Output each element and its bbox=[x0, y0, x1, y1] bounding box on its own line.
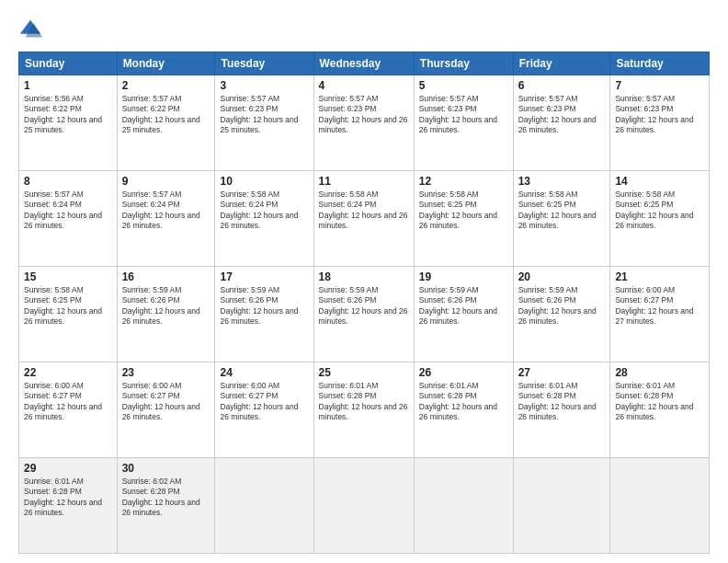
calendar-cell bbox=[313, 458, 414, 554]
header bbox=[18, 17, 710, 42]
weekday-header-thursday: Thursday bbox=[414, 52, 513, 75]
day-number: 22 bbox=[24, 366, 112, 379]
calendar-table: SundayMondayTuesdayWednesdayThursdayFrid… bbox=[18, 52, 710, 554]
day-info: Sunrise: 6:01 AMSunset: 6:28 PMDaylight:… bbox=[419, 381, 508, 423]
calendar-cell: 18 Sunrise: 5:59 AMSunset: 6:26 PMDaylig… bbox=[313, 267, 414, 362]
calendar-cell bbox=[610, 458, 710, 554]
day-number: 26 bbox=[419, 366, 508, 379]
week-row-4: 29 Sunrise: 6:01 AMSunset: 6:28 PMDaylig… bbox=[19, 458, 710, 554]
weekday-header-wednesday: Wednesday bbox=[313, 52, 414, 75]
day-number: 15 bbox=[24, 270, 112, 283]
calendar-cell: 16 Sunrise: 5:59 AMSunset: 6:26 PMDaylig… bbox=[117, 267, 215, 362]
day-number: 16 bbox=[122, 270, 210, 283]
day-info: Sunrise: 5:58 AMSunset: 6:24 PMDaylight:… bbox=[319, 190, 409, 232]
day-info: Sunrise: 5:58 AMSunset: 6:25 PMDaylight:… bbox=[518, 190, 606, 232]
day-info: Sunrise: 5:57 AMSunset: 6:23 PMDaylight:… bbox=[319, 94, 409, 136]
weekday-header-tuesday: Tuesday bbox=[215, 52, 313, 75]
calendar-cell: 29 Sunrise: 6:01 AMSunset: 6:28 PMDaylig… bbox=[19, 458, 118, 554]
logo bbox=[18, 17, 48, 42]
weekday-header-monday: Monday bbox=[117, 52, 215, 75]
day-number: 3 bbox=[220, 79, 308, 92]
day-info: Sunrise: 5:58 AMSunset: 6:25 PMDaylight:… bbox=[615, 190, 704, 232]
day-number: 10 bbox=[220, 175, 308, 188]
day-info: Sunrise: 5:59 AMSunset: 6:26 PMDaylight:… bbox=[518, 285, 606, 327]
day-number: 19 bbox=[419, 270, 508, 283]
day-info: Sunrise: 5:59 AMSunset: 6:26 PMDaylight:… bbox=[319, 285, 409, 327]
calendar-cell: 11 Sunrise: 5:58 AMSunset: 6:24 PMDaylig… bbox=[313, 171, 414, 267]
day-info: Sunrise: 6:01 AMSunset: 6:28 PMDaylight:… bbox=[518, 381, 606, 423]
week-row-2: 15 Sunrise: 5:58 AMSunset: 6:25 PMDaylig… bbox=[19, 267, 710, 362]
day-info: Sunrise: 6:01 AMSunset: 6:28 PMDaylight:… bbox=[319, 381, 409, 423]
day-info: Sunrise: 5:56 AMSunset: 6:22 PMDaylight:… bbox=[24, 94, 112, 136]
day-number: 28 bbox=[615, 366, 704, 379]
day-number: 20 bbox=[518, 270, 606, 283]
week-row-3: 22 Sunrise: 6:00 AMSunset: 6:27 PMDaylig… bbox=[19, 362, 710, 458]
calendar-cell: 14 Sunrise: 5:58 AMSunset: 6:25 PMDaylig… bbox=[610, 171, 710, 267]
calendar-cell: 21 Sunrise: 6:00 AMSunset: 6:27 PMDaylig… bbox=[610, 267, 710, 362]
calendar-cell: 19 Sunrise: 5:59 AMSunset: 6:26 PMDaylig… bbox=[414, 267, 513, 362]
day-number: 4 bbox=[319, 79, 409, 92]
day-info: Sunrise: 5:59 AMSunset: 6:26 PMDaylight:… bbox=[220, 285, 308, 327]
calendar-cell bbox=[513, 458, 610, 554]
day-number: 23 bbox=[122, 366, 210, 379]
day-number: 7 bbox=[615, 79, 704, 92]
day-number: 25 bbox=[319, 366, 409, 379]
calendar-cell bbox=[215, 458, 313, 554]
day-info: Sunrise: 6:00 AMSunset: 6:27 PMDaylight:… bbox=[24, 381, 112, 423]
day-info: Sunrise: 6:00 AMSunset: 6:27 PMDaylight:… bbox=[122, 381, 210, 423]
day-number: 1 bbox=[24, 79, 112, 92]
calendar-cell: 2 Sunrise: 5:57 AMSunset: 6:22 PMDayligh… bbox=[117, 75, 215, 171]
day-number: 14 bbox=[615, 175, 704, 188]
day-number: 30 bbox=[122, 462, 210, 475]
logo-icon bbox=[18, 17, 44, 42]
weekday-header-friday: Friday bbox=[513, 52, 610, 75]
calendar-cell: 15 Sunrise: 5:58 AMSunset: 6:25 PMDaylig… bbox=[19, 267, 118, 362]
day-info: Sunrise: 6:00 AMSunset: 6:27 PMDaylight:… bbox=[220, 381, 308, 423]
week-row-1: 8 Sunrise: 5:57 AMSunset: 6:24 PMDayligh… bbox=[19, 171, 710, 267]
calendar-cell: 27 Sunrise: 6:01 AMSunset: 6:28 PMDaylig… bbox=[513, 362, 610, 458]
day-number: 5 bbox=[419, 79, 508, 92]
day-number: 27 bbox=[518, 366, 606, 379]
calendar-cell: 22 Sunrise: 6:00 AMSunset: 6:27 PMDaylig… bbox=[19, 362, 118, 458]
calendar-cell: 25 Sunrise: 6:01 AMSunset: 6:28 PMDaylig… bbox=[313, 362, 414, 458]
day-number: 17 bbox=[220, 270, 308, 283]
day-info: Sunrise: 5:57 AMSunset: 6:23 PMDaylight:… bbox=[419, 94, 508, 136]
week-row-0: 1 Sunrise: 5:56 AMSunset: 6:22 PMDayligh… bbox=[19, 75, 710, 171]
day-info: Sunrise: 5:59 AMSunset: 6:26 PMDaylight:… bbox=[419, 285, 508, 327]
day-number: 21 bbox=[615, 270, 704, 283]
day-number: 29 bbox=[24, 462, 112, 475]
calendar-cell bbox=[414, 458, 513, 554]
day-number: 24 bbox=[220, 366, 308, 379]
day-info: Sunrise: 5:57 AMSunset: 6:24 PMDaylight:… bbox=[24, 190, 112, 232]
calendar-cell: 9 Sunrise: 5:57 AMSunset: 6:24 PMDayligh… bbox=[117, 171, 215, 267]
calendar-cell: 13 Sunrise: 5:58 AMSunset: 6:25 PMDaylig… bbox=[513, 171, 610, 267]
day-info: Sunrise: 5:57 AMSunset: 6:23 PMDaylight:… bbox=[220, 94, 308, 136]
calendar-cell: 4 Sunrise: 5:57 AMSunset: 6:23 PMDayligh… bbox=[313, 75, 414, 171]
day-info: Sunrise: 5:57 AMSunset: 6:24 PMDaylight:… bbox=[122, 190, 210, 232]
calendar-cell: 10 Sunrise: 5:58 AMSunset: 6:24 PMDaylig… bbox=[215, 171, 313, 267]
page: SundayMondayTuesdayWednesdayThursdayFrid… bbox=[0, 0, 728, 563]
day-info: Sunrise: 6:02 AMSunset: 6:28 PMDaylight:… bbox=[122, 477, 210, 519]
calendar-cell: 30 Sunrise: 6:02 AMSunset: 6:28 PMDaylig… bbox=[117, 458, 215, 554]
calendar-cell: 7 Sunrise: 5:57 AMSunset: 6:23 PMDayligh… bbox=[610, 75, 710, 171]
calendar-cell: 28 Sunrise: 6:01 AMSunset: 6:28 PMDaylig… bbox=[610, 362, 710, 458]
calendar-cell: 6 Sunrise: 5:57 AMSunset: 6:23 PMDayligh… bbox=[513, 75, 610, 171]
calendar-cell: 23 Sunrise: 6:00 AMSunset: 6:27 PMDaylig… bbox=[117, 362, 215, 458]
calendar-cell: 26 Sunrise: 6:01 AMSunset: 6:28 PMDaylig… bbox=[414, 362, 513, 458]
calendar-cell: 17 Sunrise: 5:59 AMSunset: 6:26 PMDaylig… bbox=[215, 267, 313, 362]
calendar-cell: 3 Sunrise: 5:57 AMSunset: 6:23 PMDayligh… bbox=[215, 75, 313, 171]
day-info: Sunrise: 5:58 AMSunset: 6:25 PMDaylight:… bbox=[419, 190, 508, 232]
weekday-header-saturday: Saturday bbox=[610, 52, 710, 75]
day-info: Sunrise: 5:57 AMSunset: 6:23 PMDaylight:… bbox=[518, 94, 606, 136]
day-number: 12 bbox=[419, 175, 508, 188]
calendar-cell: 8 Sunrise: 5:57 AMSunset: 6:24 PMDayligh… bbox=[19, 171, 118, 267]
day-number: 11 bbox=[319, 175, 409, 188]
day-number: 2 bbox=[122, 79, 210, 92]
day-info: Sunrise: 5:57 AMSunset: 6:23 PMDaylight:… bbox=[615, 94, 704, 136]
day-number: 6 bbox=[518, 79, 606, 92]
calendar-cell: 20 Sunrise: 5:59 AMSunset: 6:26 PMDaylig… bbox=[513, 267, 610, 362]
calendar-cell: 1 Sunrise: 5:56 AMSunset: 6:22 PMDayligh… bbox=[19, 75, 118, 171]
day-number: 9 bbox=[122, 175, 210, 188]
day-number: 13 bbox=[518, 175, 606, 188]
day-info: Sunrise: 5:58 AMSunset: 6:25 PMDaylight:… bbox=[24, 285, 112, 327]
